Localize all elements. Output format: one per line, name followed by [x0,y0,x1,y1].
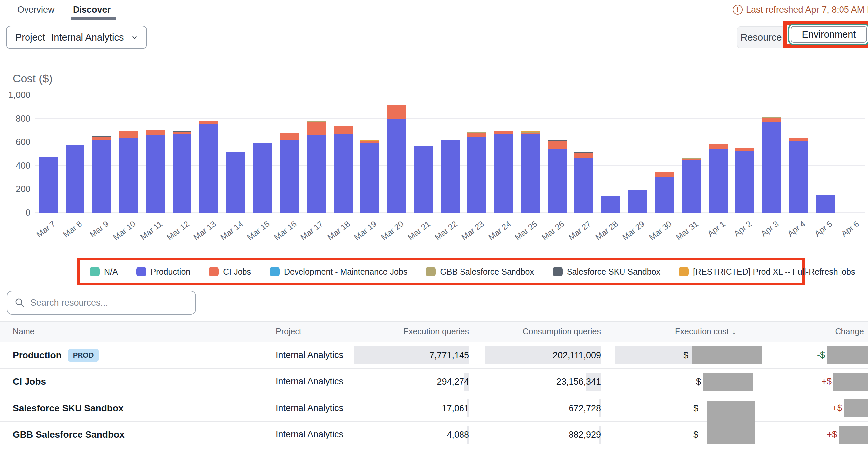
bar-segment [816,195,835,213]
bar-segment [655,172,674,177]
legend-label: GBB Salesforce Sandbox [440,267,534,277]
legend-swatch-icon [90,266,100,277]
tab-overview[interactable]: Overview [17,0,55,19]
x-axis-tick-label: Mar 16 [272,219,298,243]
bar-slot-apr-2 [732,95,758,213]
x-axis-tick-label: Mar 12 [165,219,191,243]
x-axis-tick-label: Mar 18 [326,219,352,243]
legend-item[interactable]: Development - Maintenance Jobs [270,266,407,277]
x-axis-tick-label: Mar 22 [433,219,459,243]
bar-slot-mar-8 [62,95,89,213]
bar-segment [66,145,85,213]
x-axis-tick-label: Mar 7 [34,219,57,239]
cell-value: 17,061 [442,403,469,413]
bar-slot-apr-3 [758,95,785,213]
dashboard-page: Overview Discover ! Last refreshed Apr 7… [0,0,868,451]
bar-segment [601,196,620,213]
y-axis-tick-label: 600 [3,137,30,147]
legend-swatch-icon [209,266,219,277]
bar-segment [575,153,593,158]
last-refreshed-text: Last refreshed Apr 7, 8:05 AM PD [746,5,868,15]
chart-x-axis-labels: Mar 7Mar 8Mar 9Mar 10Mar 11Mar 12Mar 13M… [35,215,865,248]
column-header-consumption-queries[interactable]: Consumption queries [474,322,603,342]
bar-slot-mar-16 [276,95,303,213]
x-axis-tick-label: Mar 19 [352,219,379,243]
bar-segment [39,157,58,213]
change-redaction-block [827,346,868,364]
bar-segment [789,138,808,141]
legend-item[interactable]: GBB Salesforce Sandbox [426,266,534,277]
legend-item[interactable]: CI Jobs [209,266,251,277]
bar-segment [92,140,111,213]
sort-descending-icon: ↓ [732,327,737,336]
change-cell: +$ [762,422,868,448]
x-axis-tick-label: Apr 2 [732,219,754,239]
legend-label: Production [151,267,190,277]
y-axis-tick-label: 1,000 [3,90,30,100]
change-redaction-block [838,426,868,444]
table-row-ci-jobs[interactable]: CI JobsInternal Analytics294,27423,156,3… [0,368,868,395]
legend-label: Salesforce SKU Sandbox [567,267,660,277]
bar-slot-mar-27 [571,95,598,213]
bar-segment [387,119,406,213]
y-axis-tick-label: 0 [3,207,30,218]
legend-item[interactable]: Salesforce SKU Sandbox [553,266,660,277]
project-filter-value: Internal Analytics [51,32,124,43]
column-header-project[interactable]: Project [267,322,361,342]
legend-swatch-icon [136,266,147,277]
column-header-execution-cost[interactable]: Execution cost ↓ [603,322,762,342]
legend-item[interactable]: N/A [90,266,118,277]
environment-toggle-button[interactable]: Environment [791,26,867,43]
tab-discover[interactable]: Discover [73,0,111,19]
change-sign: +$ [821,377,832,387]
legend-swatch-icon [426,266,436,277]
environment-annotation-box: Environment [783,21,868,48]
bar-segment [280,140,299,213]
cell-value: 294,274 [437,377,469,387]
legend-item[interactable]: Production [136,266,190,277]
bar-segment [736,151,754,213]
x-axis-tick-label: Mar 13 [191,219,218,243]
column-header-change[interactable]: Change [762,322,868,342]
bar-slot-mar-18 [330,95,356,213]
column-header-execution-queries[interactable]: Execution queries [361,322,474,342]
x-axis-tick-label: Apr 6 [839,219,861,239]
bar-slot-mar-22 [437,95,464,213]
x-axis-tick-label: Apr 1 [705,219,727,239]
bar-slot-mar-28 [597,95,624,213]
legend-label: CI Jobs [223,267,251,277]
consumption-queries-cell: 672,728 [474,395,603,421]
table-header-row: NameProjectExecution queriesConsumption … [0,321,868,342]
bar-segment [280,133,299,140]
bar-segment [253,143,272,213]
last-refreshed-status: ! Last refreshed Apr 7, 8:05 AM PD [733,0,868,19]
bar-slot-mar-7 [35,95,62,213]
bar-segment [334,134,352,213]
x-axis-tick-label: Mar 29 [620,219,646,243]
search-input[interactable] [30,298,188,308]
bar-slot-mar-23 [464,95,490,213]
column-header-name[interactable]: Name [0,322,267,342]
x-axis-tick-label: Mar 27 [567,219,593,243]
bar-segment [173,132,191,134]
change-cell: -$ [762,342,868,368]
legend-item[interactable]: [RESTRICTED] Prod XL -- Full-Refresh job… [679,266,855,277]
bar-slot-mar-12 [168,95,195,213]
x-axis-tick-label: Mar 26 [540,219,566,243]
bar-slot-mar-11 [142,95,169,213]
bar-segment [307,135,326,213]
project-filter-dropdown[interactable]: Project Internal Analytics [6,26,147,49]
bar-segment [467,133,486,137]
bar-segment [334,126,352,134]
resource-toggle-button[interactable]: Resource [737,27,785,49]
bar-segment [575,158,593,213]
table-row-production[interactable]: ProductionPRODInternal Analytics7,771,14… [0,342,868,368]
x-axis-tick-label: Mar 23 [460,219,486,243]
legend-label: [RESTRICTED] Prod XL -- Full-Refresh job… [693,267,855,277]
bar-segment [307,122,326,136]
x-axis-tick-label: Apr 5 [813,219,834,239]
cost-redaction-block [703,373,753,391]
x-axis-tick-label: Mar 15 [245,219,271,243]
bar-slot-mar-29 [624,95,651,213]
cost-dollar-sign: $ [693,403,699,413]
